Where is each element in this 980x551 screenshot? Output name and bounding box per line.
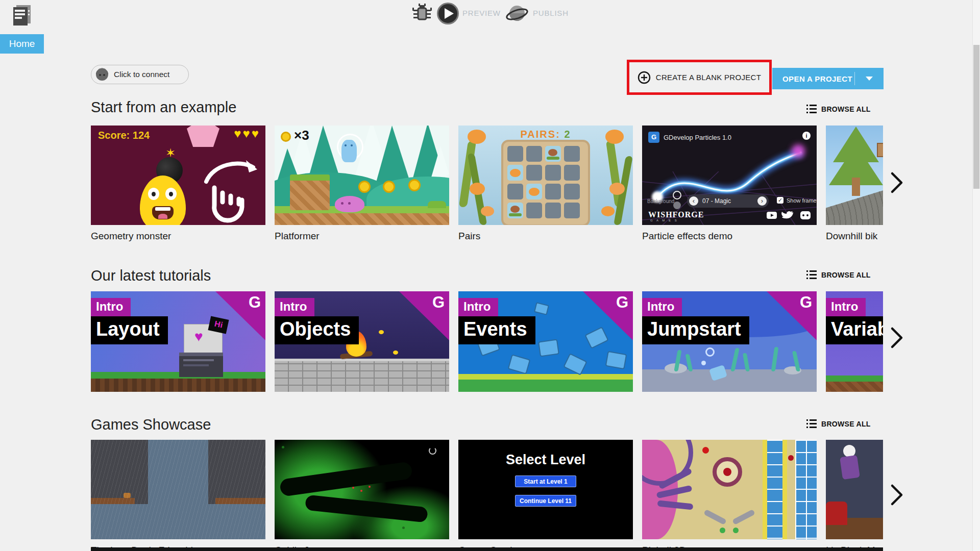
robot-sprite	[508, 354, 531, 374]
monster-pupil	[152, 192, 156, 196]
avatar-icon	[95, 68, 109, 81]
variables-thumbnail: +1 G Intro Variab	[826, 291, 883, 392]
vertical-scrollbar-thumb[interactable]	[973, 45, 979, 189]
pairs-tile	[564, 165, 580, 181]
panel-row-decor	[183, 359, 214, 361]
leaf-decor	[547, 157, 559, 160]
debug-button[interactable]	[411, 3, 433, 24]
showcase-card-pinball[interactable]: Pinball 2D	[642, 440, 817, 551]
open-project-button[interactable]: OPEN A PROJECT	[772, 68, 884, 89]
open-project-label: OPEN A PROJECT	[772, 74, 854, 83]
tutorials-row: ♥ Hi G Intro Layout	[91, 291, 883, 392]
effect-selector: ‹ 07 - Magic ›	[687, 194, 769, 208]
example-card-downhill-bike[interactable]: G Downhill bik	[826, 126, 883, 245]
card-title: Geometry monster	[91, 231, 265, 242]
pairs-grid	[507, 146, 580, 218]
examples-next-arrow[interactable]	[890, 171, 903, 194]
seaweed-decor	[730, 348, 740, 371]
astronaut-eye	[345, 144, 347, 146]
background-label: Background	[647, 198, 674, 204]
tutorial-title: Events	[458, 316, 535, 344]
robot-sprite	[563, 353, 587, 375]
section-title-tutorials: Our latest tutorials	[91, 267, 211, 284]
bubble-decor	[705, 347, 715, 357]
enemy-dot	[352, 487, 354, 489]
gdevelop-logo: G	[249, 293, 261, 312]
fish-decor	[470, 183, 485, 195]
vertical-scrollbar-track[interactable]	[972, 0, 980, 551]
grass-strip	[826, 375, 883, 382]
publish-button[interactable]	[505, 2, 529, 26]
connect-button[interactable]: Click to connect	[91, 65, 189, 84]
astronaut-eye	[351, 144, 353, 146]
dirt-strip	[275, 213, 449, 225]
create-blank-project-button[interactable]: CREATE A BLANK PROJECT	[638, 71, 761, 84]
tutorial-title: Objects	[275, 316, 359, 344]
particles-header-text: GDevelop Particles 1.0	[664, 134, 731, 141]
robot-sprite	[534, 302, 549, 315]
tutorial-title: Jumpstart	[642, 316, 749, 344]
tab-home[interactable]: Home	[0, 34, 44, 54]
astronaut-character	[341, 140, 357, 162]
preview-button[interactable]	[437, 3, 459, 24]
pinball-ball	[788, 455, 794, 461]
show-frame-checkbox: ✓	[777, 197, 783, 204]
seaweed-decor	[743, 353, 750, 371]
chevron-down-icon[interactable]	[866, 77, 873, 81]
fly-decor	[393, 350, 398, 355]
tutorial-card-objects[interactable]: G Intro Objects	[275, 291, 449, 392]
button-divider	[854, 72, 855, 85]
intro-badge: Intro	[275, 298, 314, 316]
tutorial-card-events[interactable]: G Intro Events	[458, 291, 633, 392]
tutorial-card-jumpstart[interactable]: G Intro Jumpstart	[642, 291, 817, 392]
spore-dot	[402, 527, 405, 529]
preview-label[interactable]: PREVIEW	[462, 9, 501, 17]
showcase-card-bleck[interactable]: BLOCKS It's Bleck Ma	[826, 440, 883, 551]
heart-sprite: ♥	[194, 330, 203, 344]
example-card-particle-effects[interactable]: G GDevelop Particles 1.0 i Background ‹ …	[642, 126, 817, 245]
snail-decor	[510, 206, 520, 213]
card-title: Platformer	[275, 231, 449, 242]
stacked-documents-icon	[10, 3, 34, 27]
tutorial-card-layout[interactable]: ♥ Hi G Intro Layout	[91, 291, 265, 392]
browse-all-showcase[interactable]: BROWSE ALL	[806, 419, 871, 428]
showcase-card-comet-combat[interactable]: Select Level Start at Level 1 Continue L…	[458, 440, 633, 551]
grass-top-strip	[458, 374, 633, 380]
project-manager-icon[interactable]	[10, 3, 34, 27]
pairs-tile-fish	[507, 165, 523, 181]
create-blank-project-annotation: CREATE A BLANK PROJECT	[627, 60, 772, 95]
pine-tree-decor	[828, 127, 883, 198]
example-card-pairs[interactable]: PAIRS: 2	[458, 126, 633, 245]
slime-eye	[348, 202, 351, 205]
red-chair-decor	[826, 502, 847, 525]
coin-icon	[408, 179, 421, 191]
example-card-platformer[interactable]: ×3 Platformer	[275, 126, 449, 245]
coin-icon	[383, 181, 395, 193]
card-title: Pairs	[458, 231, 633, 242]
background-option-circle	[673, 191, 681, 199]
showcase-card-oshi[interactable]: Oshi's Journey	[275, 440, 449, 551]
horizontal-scrollbar[interactable]	[91, 547, 883, 551]
showcase-row: The Lost Dog's Frienship Oshi's Journey …	[91, 440, 883, 551]
bomb-spark-icon: ✶	[165, 146, 176, 160]
green-light-decor	[720, 528, 725, 533]
create-blank-project-label: CREATE A BLANK PROJECT	[656, 73, 761, 82]
browse-all-examples[interactable]: BROWSE ALL	[806, 105, 871, 113]
spore-dot	[282, 446, 284, 448]
pairs-tile	[545, 203, 561, 218]
showcase-card-lost-dog[interactable]: The Lost Dog's Frienship	[91, 440, 265, 551]
goal-sign: G	[877, 143, 883, 157]
plus-circle-icon	[638, 71, 651, 84]
yellow-strip-decor	[763, 440, 767, 539]
tutorial-card-variables[interactable]: +1 G Intro Variab	[826, 291, 883, 392]
fish-decor	[529, 188, 540, 196]
showcase-next-arrow[interactable]	[890, 484, 903, 506]
example-card-geometry-monster[interactable]: Score: 124 ♥♥♥ ✶	[91, 126, 265, 245]
publish-label[interactable]: PUBLISH	[533, 9, 569, 17]
tutorials-next-arrow[interactable]	[890, 327, 903, 349]
flipper-decor	[732, 509, 755, 525]
grass-strip	[91, 372, 265, 379]
robot-sprite	[605, 351, 627, 369]
intro-badge: Intro	[642, 298, 682, 316]
browse-all-tutorials[interactable]: BROWSE ALL	[806, 270, 871, 279]
